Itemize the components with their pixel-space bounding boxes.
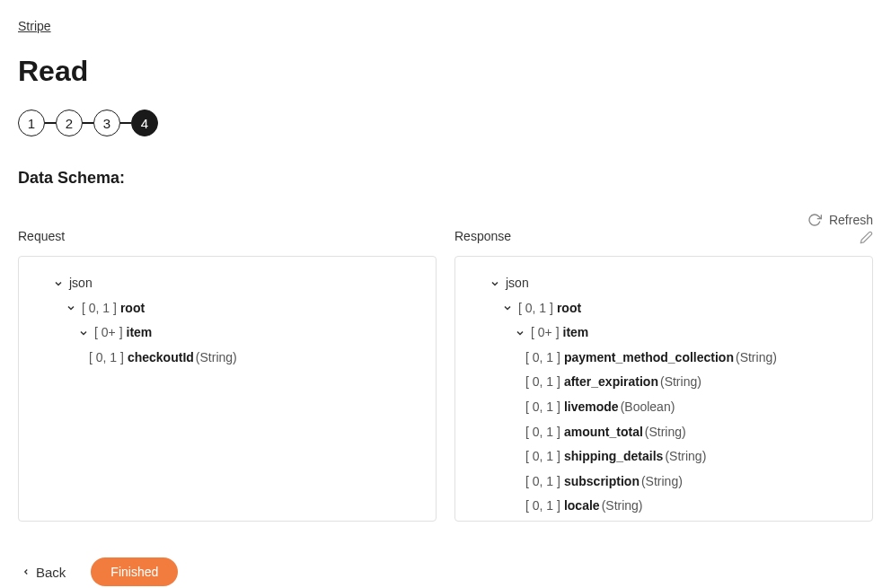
cardinality: [ 0, 1 ] [525, 473, 560, 491]
tree-row-root[interactable]: [ 0, 1 ] root [466, 296, 861, 321]
tree-row-field[interactable]: [ 0, 1 ] amount_total (String) [466, 420, 861, 445]
field-name: payment_method_collection [564, 349, 734, 367]
refresh-button[interactable]: Refresh [807, 213, 873, 227]
cardinality: [ 0, 1 ] [82, 300, 117, 318]
chevron-down-icon[interactable] [500, 301, 515, 315]
field-name: subscription [564, 473, 640, 491]
cardinality: [ 0, 1 ] [525, 497, 560, 515]
finished-button[interactable]: Finished [91, 557, 178, 586]
tree-row-error[interactable]: [ 0, 1 ] error [466, 519, 861, 522]
tree-row-item[interactable]: [ 0+ ] item [466, 320, 861, 346]
response-column: Response Refresh json [454, 213, 873, 522]
cardinality: [ 0, 1 ] [525, 424, 560, 442]
step-4[interactable]: 4 [131, 110, 158, 136]
cardinality: [ 0, 1 ] [525, 373, 560, 391]
page-title: Read [18, 55, 873, 88]
tree-row-field[interactable]: [ 0, 1 ] locale (String) [466, 494, 861, 519]
tree-row-field[interactable]: [ 0, 1 ] shipping_details (String) [466, 444, 861, 470]
field-name: root [120, 300, 145, 318]
cardinality: [ 0, 1 ] [518, 300, 553, 318]
step-1[interactable]: 1 [18, 110, 45, 136]
cardinality: [ 0, 1 ] [89, 349, 124, 367]
field-type: (String) [665, 448, 706, 466]
field-type: (String) [660, 373, 701, 391]
tree-row-field[interactable]: [ 0, 1 ] subscription (String) [466, 470, 861, 495]
field-name: item [127, 324, 153, 342]
field-name: locale [564, 497, 600, 515]
chevron-down-icon[interactable] [64, 301, 78, 315]
section-title: Data Schema: [18, 169, 873, 188]
field-type: (Boolean) [621, 399, 675, 417]
json-label: json [69, 275, 93, 293]
chevron-down-icon[interactable] [513, 326, 527, 340]
field-type: (String) [645, 424, 686, 442]
field-name: shipping_details [564, 448, 663, 466]
tree-row-field[interactable]: [ 0, 1 ] payment_method_collection (Stri… [466, 346, 861, 371]
cardinality: [ 0, 1 ] [525, 349, 560, 367]
tree-row-json[interactable]: json [466, 271, 861, 296]
chevron-down-icon[interactable] [488, 276, 502, 291]
field-type: (String) [602, 497, 643, 515]
chevron-down-icon[interactable] [76, 326, 91, 340]
schema-container: Request json [ 0, 1 ] root [ 0+ ] [18, 213, 873, 522]
step-2[interactable]: 2 [56, 110, 83, 136]
header-actions: Refresh [807, 213, 873, 244]
back-label: Back [36, 565, 66, 580]
stepper: 1 2 3 4 [18, 110, 873, 136]
cardinality: [ 0+ ] [94, 324, 123, 342]
chevron-down-icon[interactable] [51, 276, 66, 291]
response-schema-box: json [ 0, 1 ] root [ 0+ ] item [ 0, 1 ] … [454, 256, 873, 522]
tree-row-json[interactable]: json [30, 271, 425, 296]
footer: Back Finished [18, 557, 873, 586]
cardinality: [ 0, 1 ] [525, 399, 560, 417]
field-name: amount_total [564, 424, 643, 442]
breadcrumb[interactable]: Stripe [18, 19, 51, 33]
refresh-label: Refresh [829, 213, 873, 227]
request-column: Request json [ 0, 1 ] root [ 0+ ] [18, 213, 437, 522]
field-name: livemode [564, 399, 619, 417]
field-name: after_expiration [564, 373, 658, 391]
response-label: Response [454, 229, 511, 249]
step-connector [83, 122, 93, 124]
field-name: checkoutId [128, 349, 194, 367]
tree-row-field[interactable]: [ 0, 1 ] livemode (Boolean) [466, 395, 861, 420]
field-type: (String) [641, 473, 683, 491]
response-header: Response Refresh [454, 213, 873, 249]
tree-row-root[interactable]: [ 0, 1 ] root [30, 296, 425, 321]
request-header: Request [18, 213, 437, 249]
request-schema-box: json [ 0, 1 ] root [ 0+ ] item [ 0, 1 ] … [18, 256, 437, 522]
step-connector [120, 122, 131, 124]
field-type: (String) [736, 349, 777, 367]
field-type: (String) [196, 349, 237, 367]
tree-row-item[interactable]: [ 0+ ] item [30, 320, 425, 346]
json-label: json [506, 275, 529, 293]
refresh-icon [807, 213, 822, 227]
tree-row-field[interactable]: [ 0, 1 ] after_expiration (String) [466, 370, 861, 395]
cardinality: [ 0+ ] [531, 324, 560, 342]
step-3[interactable]: 3 [93, 110, 120, 136]
tree-row-field[interactable]: [ 0, 1 ] checkoutId (String) [30, 346, 425, 371]
request-label: Request [18, 229, 65, 249]
back-button[interactable]: Back [18, 559, 69, 585]
field-name: root [557, 300, 581, 318]
edit-button[interactable] [860, 231, 873, 244]
chevron-left-icon [22, 567, 31, 576]
step-connector [45, 122, 56, 124]
field-name: item [563, 324, 589, 342]
cardinality: [ 0, 1 ] [525, 448, 560, 466]
